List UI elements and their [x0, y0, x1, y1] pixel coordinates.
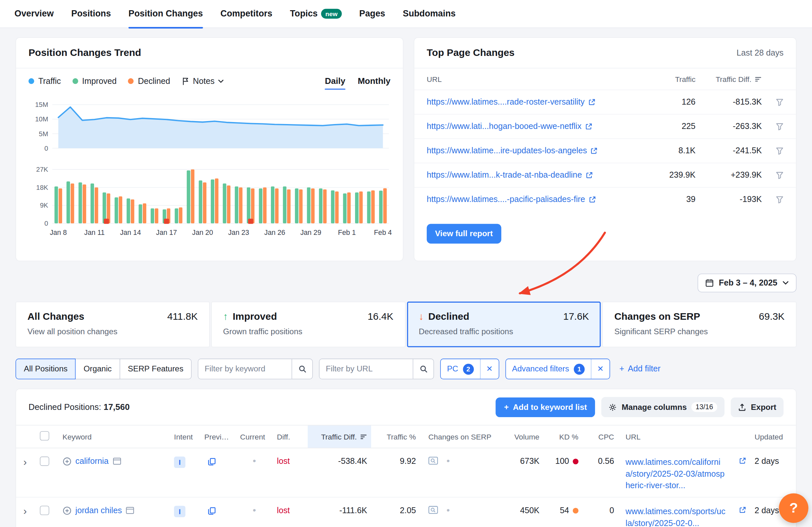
- col-traffic[interactable]: Traffic: [651, 75, 695, 83]
- tab-monthly[interactable]: Monthly: [358, 76, 391, 86]
- col-intent[interactable]: Intent: [170, 425, 200, 448]
- external-link-icon[interactable]: [739, 457, 746, 464]
- col-traffic-diff[interactable]: Traffic Diff.: [307, 425, 371, 448]
- nav-item-competitors[interactable]: Competitors: [221, 0, 273, 28]
- pc-chip-close-icon[interactable]: ✕: [480, 359, 499, 379]
- nav-item-pages[interactable]: Pages: [359, 0, 385, 28]
- tab-daily[interactable]: Daily: [325, 76, 345, 86]
- col-traffic-diff[interactable]: Traffic Diff.: [696, 75, 762, 83]
- col-keyword[interactable]: Keyword: [58, 425, 170, 448]
- card-improved[interactable]: ↑Improved 16.4K Grown traffic positions: [211, 302, 405, 347]
- add-filter-button[interactable]: +Add filter: [619, 364, 661, 373]
- col-diff[interactable]: Diff.: [273, 425, 307, 448]
- nav-item-overview[interactable]: Overview: [14, 0, 54, 28]
- page-url-link[interactable]: https://www.lati...hogan-booed-wwe-netfl…: [427, 122, 651, 131]
- position-type-segment: All Positions Organic SERP Features: [15, 359, 192, 379]
- previous-position-icon[interactable]: [207, 507, 216, 515]
- col-traffic-pct[interactable]: Traffic %: [372, 425, 420, 448]
- export-label: Export: [751, 402, 776, 412]
- col-changes-on-serp[interactable]: Changes on SERP: [420, 425, 499, 448]
- pc-chip-label[interactable]: PC2: [441, 364, 480, 374]
- external-link-icon: [585, 123, 592, 130]
- page-url-link[interactable]: https://www.latim...k-trade-at-nba-deadl…: [427, 170, 651, 180]
- result-url-link[interactable]: www.latimes.com/sports/ucla/story/2025-0…: [626, 506, 727, 527]
- add-to-keyword-list-label: Add to keyword list: [513, 402, 587, 412]
- page-url-link[interactable]: https://www.latimes....-pacific-palisade…: [427, 195, 651, 204]
- volume-value: 673K: [499, 448, 543, 497]
- col-cpc[interactable]: CPC: [582, 425, 618, 448]
- col-url[interactable]: URL: [427, 75, 651, 83]
- add-keyword-icon[interactable]: [62, 506, 71, 515]
- url-search-button[interactable]: [413, 359, 434, 379]
- nav-item-topics[interactable]: Topicsnew: [290, 0, 342, 28]
- filter-icon[interactable]: [762, 123, 783, 131]
- col-kd[interactable]: KD %: [543, 425, 582, 448]
- col-volume[interactable]: Volume: [499, 425, 543, 448]
- cpc-value: 0.56: [582, 448, 618, 497]
- col-url[interactable]: URL: [618, 425, 751, 448]
- advanced-filters-chip: Advanced filters1 ✕: [505, 359, 610, 379]
- col-current[interactable]: Current: [236, 425, 273, 448]
- segment-organic[interactable]: Organic: [75, 359, 120, 379]
- filter-icon[interactable]: [762, 171, 783, 179]
- export-button[interactable]: Export: [731, 397, 784, 417]
- advanced-filters-close-icon[interactable]: ✕: [591, 359, 609, 379]
- legend-traffic[interactable]: Traffic: [29, 76, 61, 86]
- row-checkbox[interactable]: [40, 457, 49, 466]
- external-link-icon[interactable]: [739, 506, 746, 513]
- page-url-link[interactable]: https://www.latime...ire-updates-los-ang…: [427, 146, 651, 155]
- help-button[interactable]: ?: [779, 494, 808, 523]
- page-url-text: https://www.latim...k-trade-at-nba-deadl…: [427, 170, 582, 180]
- view-full-report-button[interactable]: View full report: [427, 224, 501, 244]
- row-expander-icon[interactable]: ›: [20, 505, 27, 517]
- legend-traffic-label: Traffic: [39, 76, 61, 86]
- manage-columns-label: Manage columns: [622, 402, 687, 412]
- serp-changes-icon[interactable]: [429, 457, 438, 466]
- keyword-search-button[interactable]: [292, 359, 312, 379]
- position-changes-trend-card: Position Changes Trend Traffic Improved …: [15, 37, 403, 261]
- legend-declined[interactable]: Declined: [128, 76, 170, 86]
- svg-text:Feb 1: Feb 1: [338, 229, 356, 237]
- col-updated[interactable]: Updated: [751, 425, 796, 448]
- filter-icon[interactable]: [762, 98, 783, 106]
- card-all-changes[interactable]: All Changes 411.8K View all position cha…: [15, 302, 209, 347]
- url-filter-input[interactable]: [320, 359, 413, 379]
- card-changes-on-serp[interactable]: Changes on SERP 69.3K Significant SERP c…: [602, 302, 796, 347]
- notes-dropdown[interactable]: Notes: [182, 76, 224, 86]
- row-expander-icon[interactable]: ›: [20, 456, 27, 468]
- keyword-filter-input[interactable]: [199, 359, 292, 379]
- segment-all-positions[interactable]: All Positions: [15, 359, 76, 379]
- serp-changes-icon[interactable]: [429, 506, 438, 515]
- nav-item-subdomains[interactable]: Subdomains: [403, 0, 455, 28]
- advanced-filters-label[interactable]: Advanced filters1: [506, 364, 591, 374]
- select-all-checkbox[interactable]: [40, 431, 49, 441]
- current-position-dot-icon: •: [253, 456, 256, 466]
- previous-position-icon[interactable]: [207, 458, 216, 466]
- trend-card-title: Position Changes Trend: [29, 47, 141, 59]
- card-declined[interactable]: ↓Declined 17.6K Decreased traffic positi…: [407, 302, 600, 347]
- page-url-link[interactable]: https://www.latimes....rade-roster-versa…: [427, 97, 651, 106]
- result-url-link[interactable]: www.latimes.com/california/story/2025-02…: [626, 457, 727, 492]
- serp-preview-icon[interactable]: [126, 507, 134, 514]
- col-previous[interactable]: Previ…: [200, 425, 236, 448]
- legend-improved-label: Improved: [82, 76, 117, 86]
- svg-text:Feb 4: Feb 4: [374, 229, 392, 237]
- add-keyword-icon[interactable]: [62, 457, 71, 466]
- col-traffic-diff-label: Traffic Diff.: [716, 75, 752, 83]
- serp-changes-subtitle: Significant SERP changes: [614, 327, 785, 336]
- legend-improved[interactable]: Improved: [72, 76, 117, 86]
- keyword-link[interactable]: jordan chiles: [75, 506, 122, 515]
- gear-icon: [609, 403, 617, 411]
- page-traffic-diff: -193K: [696, 195, 762, 204]
- segment-serp-features[interactable]: SERP Features: [119, 359, 192, 379]
- filter-icon[interactable]: [762, 147, 783, 155]
- keyword-link[interactable]: california: [75, 457, 108, 466]
- nav-item-positions[interactable]: Positions: [71, 0, 111, 28]
- nav-item-position-changes[interactable]: Position Changes: [129, 0, 203, 28]
- row-checkbox[interactable]: [40, 506, 49, 515]
- add-to-keyword-list-button[interactable]: +Add to keyword list: [496, 397, 595, 417]
- filter-icon[interactable]: [762, 196, 783, 204]
- serp-preview-icon[interactable]: [113, 458, 121, 465]
- manage-columns-button[interactable]: Manage columns13/16: [601, 397, 724, 417]
- date-range-picker[interactable]: Feb 3 – 4, 2025: [698, 274, 797, 293]
